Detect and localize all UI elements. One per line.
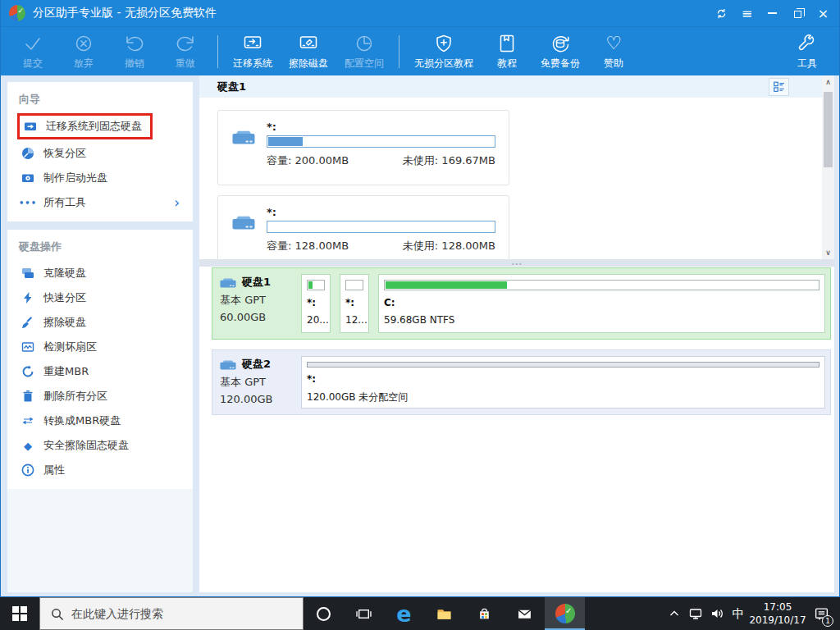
taskbar: e 中 17:05 2019/10/17 1 <box>0 597 840 630</box>
toolbar-discard-button: 放弃 <box>58 33 109 71</box>
title-bar: 分区助手专业版 - 无损分区免费软件 ≡ × <box>1 0 839 26</box>
lightning-icon <box>21 291 35 304</box>
window-controls: ≡ × <box>709 0 836 26</box>
clone-disk-icon <box>21 267 35 280</box>
sidebar-item-make-boot-disc[interactable]: 制作启动光盘 <box>17 166 185 190</box>
main-panel: 硬盘1 *: 容量: 200.00MB 未使用: 169.67MB <box>199 75 834 592</box>
toolbar-tutorial-button[interactable]: 教程 <box>482 33 532 71</box>
tray-expand-button[interactable] <box>664 597 685 630</box>
minimize-button[interactable] <box>760 0 785 26</box>
taskbar-store-button[interactable] <box>464 597 504 630</box>
panel-splitter[interactable]: ⋯ <box>199 259 834 267</box>
boot-disc-icon <box>21 171 35 185</box>
section-title: 向导 <box>19 92 185 107</box>
toolbar-tools-button[interactable]: 工具 <box>782 33 833 71</box>
list-view-icon <box>773 80 786 94</box>
scroll-down-button[interactable]: ∨ <box>822 246 834 259</box>
refresh-button[interactable] <box>709 0 734 26</box>
sidebar-item-wipe-disk[interactable]: 擦除硬盘 <box>17 310 185 335</box>
vertical-scrollbar[interactable]: ∧ ∨ <box>822 75 834 259</box>
restore-icon <box>794 11 801 18</box>
menu-button[interactable]: ≡ <box>734 0 760 26</box>
disk-header-title: 硬盘1 <box>217 80 246 94</box>
toolbar-free-backup-button[interactable]: 免费备份 <box>532 33 588 71</box>
search-input[interactable] <box>71 607 293 620</box>
taskbar-partition-assistant-button[interactable] <box>545 597 585 630</box>
disk-size: 120.00GB <box>219 393 299 405</box>
close-button[interactable]: × <box>810 0 836 26</box>
pie-clock-icon <box>354 33 375 54</box>
taskbar-search[interactable] <box>39 597 304 630</box>
disk-name: 硬盘1 <box>242 275 271 290</box>
sidebar-item-clone-disk[interactable]: 克隆硬盘 <box>17 261 185 285</box>
sidebar-item-recover-partition[interactable]: 恢复分区 <box>17 141 185 166</box>
capacity-label: 容量: 200.00MB <box>267 153 349 168</box>
partition-card-2[interactable]: *: 容量: 128.00MB 未使用: 128.00MB <box>217 195 509 259</box>
sidebar-item-properties[interactable]: 属性 <box>17 458 185 482</box>
sidebar-item-migrate-to-ssd[interactable]: 迁移系统到固态硬盘 <box>17 113 153 139</box>
scroll-up-button[interactable]: ∧ <box>822 75 834 89</box>
scrollbar-thumb[interactable] <box>824 92 833 167</box>
disk-info: 硬盘2 基本 GPT 120.00GB <box>217 356 301 409</box>
disk-info: 硬盘1 基本 GPT 60.00GB <box>217 274 301 333</box>
partition-block-1[interactable]: *: 20... <box>301 274 331 333</box>
brush-icon <box>21 316 35 329</box>
view-toggle-button[interactable] <box>769 78 789 96</box>
eraser-diamond-icon: ◆ <box>21 440 35 452</box>
sidebar-item-rebuild-mbr[interactable]: 重建MBR <box>17 359 185 384</box>
tray-network-button[interactable] <box>685 597 706 630</box>
disk-row-1[interactable]: 硬盘1 基本 GPT 60.00GB *: 20... *: <box>212 267 831 340</box>
taskbar-task-view-button[interactable] <box>344 597 384 630</box>
sidebar-item-secure-erase-ssd[interactable]: ◆ 安全擦除固态硬盘 <box>17 433 185 458</box>
sidebar-item-delete-all-partitions[interactable]: 删除所有分区 <box>17 384 185 409</box>
restore-button[interactable] <box>785 0 810 26</box>
toolbar-donate-button[interactable]: ♡ 赞助 <box>588 33 639 71</box>
tray-volume-button[interactable] <box>706 597 728 630</box>
sidebar-item-quick-partition[interactable]: 快速分区 <box>17 285 185 310</box>
tray-ime-indicator[interactable]: 中 <box>728 597 749 630</box>
taskbar-edge-button[interactable]: e <box>384 597 424 630</box>
partition-scroll-area: *: 容量: 200.00MB 未使用: 169.67MB *: <box>199 98 822 259</box>
partition-block-2[interactable]: *: 12... <box>340 274 369 333</box>
shield-plus-icon <box>433 33 454 54</box>
windows-logo-icon <box>12 606 27 621</box>
sidebar-section-disk-operations: 硬盘操作 克隆硬盘 快速分区 擦除硬盘 <box>7 230 193 489</box>
partition-assistant-icon <box>555 604 575 623</box>
search-icon <box>50 607 64 621</box>
partition-block-c[interactable]: C: 59.68GB NTFS <box>378 274 825 333</box>
undo-icon <box>124 33 145 54</box>
task-view-icon <box>356 606 372 622</box>
check-icon <box>22 33 43 54</box>
start-button[interactable] <box>0 597 39 630</box>
convert-arrows-icon <box>21 414 35 427</box>
backup-database-icon <box>550 33 571 54</box>
unallocated-block[interactable]: *: 120.00GB 未分配空间 <box>301 356 825 409</box>
edge-icon: e <box>396 603 411 625</box>
disk-type: 基本 GPT <box>219 293 299 308</box>
cancel-circle-icon <box>73 33 94 54</box>
toolbar-migrate-system-button[interactable]: 迁移系统 <box>225 33 281 71</box>
window-title: 分区助手专业版 - 无损分区免费软件 <box>33 6 217 21</box>
sidebar-item-convert-to-mbr[interactable]: 转换成MBR硬盘 <box>17 409 185 433</box>
chevron-right-icon: › <box>174 196 181 210</box>
tray-clock[interactable]: 17:05 2019/10/17 <box>749 600 806 627</box>
sidebar-item-all-tools[interactable]: ••• 所有工具 › <box>17 190 185 215</box>
usage-mini-bar <box>384 280 819 290</box>
taskbar-mail-button[interactable] <box>504 597 545 630</box>
sidebar-item-check-bad-sectors[interactable]: 检测坏扇区 <box>17 335 185 359</box>
folder-icon <box>436 606 452 622</box>
taskbar-file-explorer-button[interactable] <box>424 597 464 630</box>
partition-name: *: <box>267 206 495 218</box>
book-icon <box>496 33 518 54</box>
action-center-button[interactable]: 1 <box>806 597 836 630</box>
migrate-drive-icon <box>242 33 263 54</box>
taskbar-cortana-button[interactable] <box>304 597 344 630</box>
drive-icon <box>231 121 256 176</box>
disk-row-2[interactable]: 硬盘2 基本 GPT 120.00GB *: 120.00GB 未分配空间 <box>212 349 831 415</box>
toolbar-partition-tutorial-button[interactable]: 无损分区教程 <box>406 33 482 71</box>
usage-mini-bar <box>307 280 325 290</box>
toolbar-erase-disk-button[interactable]: 擦除磁盘 <box>281 33 336 71</box>
section-title: 硬盘操作 <box>19 240 185 254</box>
partition-card-1[interactable]: *: 容量: 200.00MB 未使用: 169.67MB <box>217 110 509 185</box>
disk-type: 基本 GPT <box>219 375 299 390</box>
